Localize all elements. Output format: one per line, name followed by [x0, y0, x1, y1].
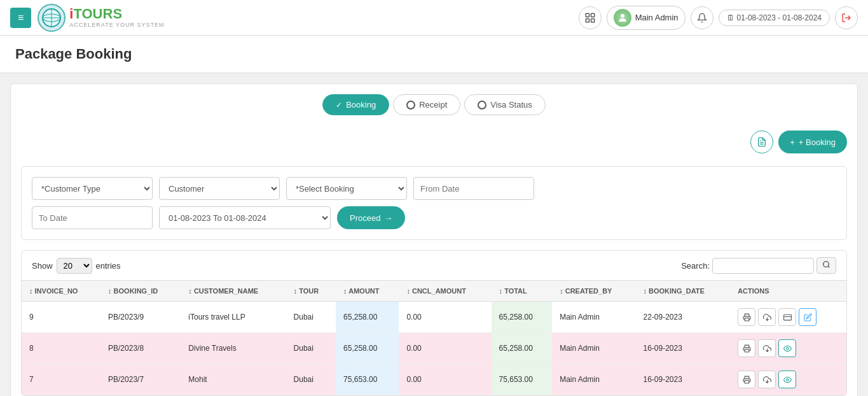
to-date-input[interactable] — [32, 206, 153, 229]
logo-brand: iTOURS — [69, 6, 164, 22]
svg-rect-18 — [745, 349, 749, 351]
logo-icon — [38, 4, 65, 32]
bookings-table: ↕ INVOICE_NO ↕ BOOKING_ID ↕ CUSTOMER_NAM… — [22, 280, 846, 395]
print-button[interactable] — [738, 371, 755, 388]
svg-rect-7 — [591, 18, 594, 22]
search-label: Search: — [681, 261, 710, 271]
svg-rect-21 — [745, 380, 749, 383]
tabs-container: ✓ Booking Receipt Visa Status — [10, 83, 858, 396]
search-box: Search: — [681, 257, 836, 274]
tab-visa-label: Visa Status — [490, 100, 532, 110]
col-actions: ACTIONS — [730, 281, 846, 302]
customer-select[interactable]: Customer — [159, 177, 280, 200]
table-row: 9PB/2023/9iTours travel LLPDubai65,258.0… — [22, 302, 846, 333]
add-booking-icon: + — [790, 138, 795, 147]
svg-point-12 — [823, 262, 829, 267]
download-button[interactable] — [758, 308, 776, 326]
download-button[interactable] — [758, 371, 776, 388]
tabs-row: ✓ Booking Receipt Visa Status — [21, 94, 847, 115]
entries-select[interactable]: 10 20 25 50 100 — [57, 258, 92, 274]
tab-booking[interactable]: ✓ Booking — [322, 94, 389, 115]
table-controls: Show 10 20 25 50 100 entries Search: — [22, 251, 846, 280]
logout-button[interactable] — [835, 6, 858, 29]
svg-rect-4 — [586, 13, 589, 17]
tab-receipt[interactable]: Receipt — [393, 94, 460, 115]
header: ≡ iTOURS ACCELERATE YOUR SYSTEM — [0, 0, 868, 36]
download-button[interactable] — [758, 339, 776, 357]
proceed-arrow-icon: → — [384, 213, 392, 223]
svg-point-23 — [787, 378, 789, 380]
entries-label: entries — [96, 261, 121, 271]
tab-receipt-radio — [406, 101, 415, 110]
show-label: Show — [32, 261, 53, 271]
date-range-select[interactable]: 01-08-2023 To 01-08-2024 — [159, 206, 331, 229]
add-booking-label: + Booking — [799, 138, 836, 147]
svg-point-8 — [621, 14, 624, 18]
svg-rect-5 — [591, 13, 594, 17]
col-cncl-amount[interactable]: ↕ CNCL_AMOUNT — [399, 281, 491, 302]
logo-text: iTOURS ACCELERATE YOUR SYSTEM — [69, 6, 164, 28]
header-left: ≡ iTOURS ACCELERATE YOUR SYSTEM — [10, 4, 165, 32]
col-booking-date[interactable]: ↕ BOOKING_DATE — [635, 281, 730, 302]
add-booking-button[interactable]: + + Booking — [778, 131, 847, 153]
tab-visa-status[interactable]: Visa Status — [464, 94, 546, 115]
svg-line-13 — [828, 266, 829, 267]
show-entries: Show 10 20 25 50 100 entries — [32, 258, 121, 274]
search-button[interactable] — [816, 257, 836, 274]
proceed-label: Proceed — [350, 213, 380, 223]
logo-tagline: ACCELERATE YOUR SYSTEM — [69, 22, 164, 29]
settings-button[interactable] — [579, 6, 602, 29]
filter-section: *Customer Type Customer *Select Booking … — [21, 166, 847, 240]
tab-booking-label: Booking — [346, 100, 376, 110]
actions-cell — [730, 302, 846, 333]
svg-point-20 — [787, 347, 789, 349]
table-header-row: ↕ INVOICE_NO ↕ BOOKING_ID ↕ CUSTOMER_NAM… — [22, 281, 846, 302]
view-button[interactable] — [778, 371, 796, 388]
header-right: Main Admin 🗓 01-08-2023 - 01-08-2024 — [579, 6, 858, 30]
customer-type-select[interactable]: *Customer Type — [32, 177, 153, 200]
user-name: Main Admin — [635, 13, 679, 22]
user-menu[interactable]: Main Admin — [607, 6, 685, 30]
col-total[interactable]: ↕ TOTAL — [492, 281, 553, 302]
menu-button[interactable]: ≡ — [10, 8, 31, 28]
tab-booking-check: ✓ — [336, 101, 342, 110]
col-tour[interactable]: ↕ TOUR — [286, 281, 336, 302]
actions-cell — [730, 364, 846, 395]
main-content: ✓ Booking Receipt Visa Status — [0, 83, 868, 396]
table-row: 7PB/2023/7MohitDubai75,653.000.0075,653.… — [22, 364, 846, 395]
from-date-input[interactable] — [413, 177, 534, 200]
export-button[interactable] — [750, 131, 773, 153]
select-booking-select[interactable]: *Select Booking — [286, 177, 407, 200]
date-range-icon: 🗓 — [727, 13, 734, 22]
page-title: Package Booking — [15, 46, 853, 62]
view-button[interactable] — [778, 339, 796, 357]
print-button[interactable] — [738, 308, 755, 326]
voucher-button[interactable] — [778, 308, 796, 326]
action-bar: + + Booking — [21, 125, 847, 159]
svg-rect-14 — [745, 318, 749, 320]
col-amount[interactable]: ↕ AMOUNT — [336, 281, 399, 302]
tab-receipt-label: Receipt — [419, 100, 447, 110]
notification-button[interactable] — [691, 6, 713, 29]
svg-rect-16 — [783, 315, 791, 320]
print-button[interactable] — [738, 339, 755, 357]
logo-area: iTOURS ACCELERATE YOUR SYSTEM — [38, 4, 164, 32]
table-section: Show 10 20 25 50 100 entries Search: — [21, 250, 847, 396]
user-avatar — [614, 9, 631, 27]
filter-row-2: 01-08-2023 To 01-08-2024 Proceed → — [32, 206, 836, 229]
actions-cell — [730, 333, 846, 364]
date-range-display[interactable]: 🗓 01-08-2023 - 01-08-2024 — [719, 10, 830, 26]
tab-visa-radio — [478, 101, 486, 110]
col-booking-id[interactable]: ↕ BOOKING_ID — [100, 281, 181, 302]
page-title-bar: Package Booking — [0, 36, 868, 73]
search-input[interactable] — [712, 258, 814, 274]
col-customer-name[interactable]: ↕ CUSTOMER_NAME — [181, 281, 286, 302]
col-created-by[interactable]: ↕ CREATED_BY — [552, 281, 635, 302]
filter-row-1: *Customer Type Customer *Select Booking — [32, 177, 836, 200]
proceed-button[interactable]: Proceed → — [337, 206, 405, 229]
edit-button[interactable] — [799, 308, 816, 326]
date-range-value: 01-08-2023 - 01-08-2024 — [737, 13, 822, 22]
svg-rect-6 — [586, 18, 589, 22]
table-row: 8PB/2023/8Divine TravelsDubai65,258.000.… — [22, 333, 846, 364]
col-invoice-no[interactable]: ↕ INVOICE_NO — [22, 281, 100, 302]
